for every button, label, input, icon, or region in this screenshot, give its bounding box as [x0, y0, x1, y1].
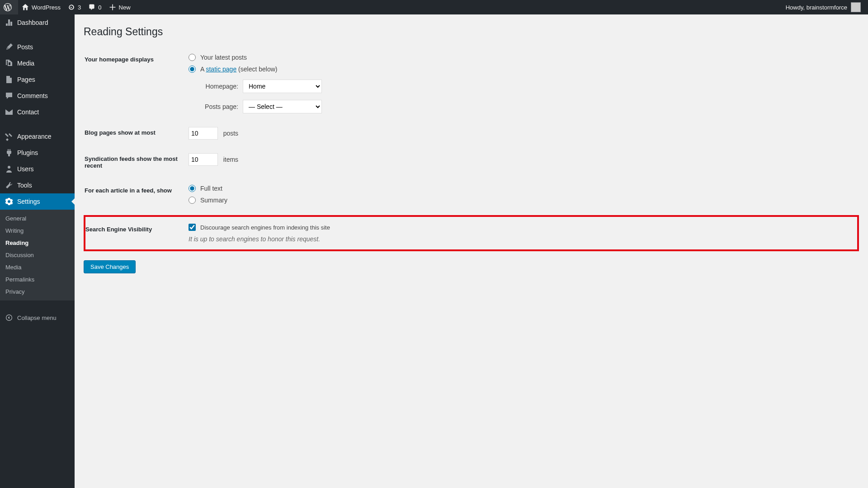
plugins-icon — [5, 148, 14, 157]
updates-count: 3 — [78, 4, 81, 11]
submenu-item-permalinks[interactable]: Permalinks — [0, 273, 75, 286]
main-content: Reading Settings Your homepage displays … — [75, 14, 868, 488]
sidebar-item-label: Tools — [17, 182, 32, 189]
wordpress-icon — [4, 3, 12, 11]
admin-toolbar: WordPress 3 0 New Howdy, brainstormforce — [0, 0, 868, 14]
dashboard-icon — [5, 18, 14, 27]
comments-count: 0 — [98, 4, 101, 11]
appearance-icon — [5, 132, 14, 141]
new-content-link[interactable]: New — [105, 0, 134, 14]
search-visibility-description: It is up to search engines to honor this… — [189, 235, 853, 243]
sidebar-item-dashboard[interactable]: Dashboard — [0, 14, 75, 31]
radio-static-page-label: A static page (select below) — [200, 66, 277, 73]
blog-public-label: Discourage search engines from indexing … — [200, 224, 330, 231]
sidebar-item-tools[interactable]: Tools — [0, 177, 75, 193]
tools-icon — [5, 181, 14, 190]
radio-latest-posts-label: Your latest posts — [200, 54, 247, 61]
submenu-item-privacy[interactable]: Privacy — [0, 286, 75, 298]
collapse-menu[interactable]: Collapse menu — [0, 310, 75, 326]
save-changes-button[interactable]: Save Changes — [84, 260, 136, 273]
sidebar-item-media[interactable]: Media — [0, 55, 75, 71]
homepage-select-label: Homepage: — [198, 83, 238, 90]
sidebar-item-label: Media — [17, 60, 34, 67]
sidebar-item-plugins[interactable]: Plugins — [0, 145, 75, 161]
sidebar-item-label: Plugins — [17, 149, 38, 156]
sidebar-item-users[interactable]: Users — [0, 161, 75, 177]
site-name-link[interactable]: WordPress — [18, 0, 64, 14]
submenu-item-general[interactable]: General — [0, 212, 75, 225]
sidebar-item-label: Contact — [17, 108, 39, 116]
refresh-icon — [68, 4, 75, 11]
sidebar-item-label: Dashboard — [17, 19, 48, 26]
plus-icon — [109, 4, 116, 11]
sidebar-item-label: Users — [17, 165, 34, 173]
updates-link[interactable]: 3 — [64, 0, 85, 14]
submenu-item-writing[interactable]: Writing — [0, 225, 75, 237]
radio-latest-posts[interactable] — [189, 54, 196, 61]
posts-per-page-input[interactable] — [189, 127, 218, 140]
site-name-text: WordPress — [32, 4, 61, 11]
items-suffix: items — [223, 156, 238, 163]
sidebar-item-contact[interactable]: Contact — [0, 104, 75, 120]
sidebar-item-settings[interactable]: Settings — [0, 193, 75, 210]
contact-icon — [5, 108, 14, 117]
sidebar-item-comments[interactable]: Comments — [0, 88, 75, 104]
users-icon — [5, 164, 14, 174]
avatar — [851, 2, 861, 12]
posts-suffix: posts — [223, 130, 238, 137]
collapse-icon — [5, 313, 14, 322]
submenu-item-media[interactable]: Media — [0, 261, 75, 273]
collapse-label: Collapse menu — [17, 314, 57, 321]
media-icon — [5, 59, 14, 68]
sidebar-item-posts[interactable]: Posts — [0, 39, 75, 55]
submenu-item-reading[interactable]: Reading — [0, 237, 75, 249]
homepage-select[interactable]: Home — [243, 80, 322, 93]
page-title: Reading Settings — [84, 26, 859, 38]
comments-icon — [5, 91, 14, 100]
settings-icon — [5, 197, 14, 206]
sidebar-item-label: Settings — [17, 198, 40, 205]
radio-full-text-label: Full text — [200, 185, 222, 192]
sidebar-item-label: Comments — [17, 92, 48, 99]
radio-summary[interactable] — [189, 197, 196, 204]
static-page-link[interactable]: static page — [206, 66, 236, 73]
wp-logo[interactable] — [0, 0, 18, 14]
syndication-label: Syndication feeds show the most recent — [85, 146, 184, 178]
radio-static-page[interactable] — [189, 66, 196, 73]
sidebar-item-pages[interactable]: Pages — [0, 71, 75, 88]
sidebar-item-label: Appearance — [17, 133, 52, 140]
submenu-item-discussion[interactable]: Discussion — [0, 249, 75, 261]
admin-menu: Dashboard Posts Media Pages Comments Con… — [0, 14, 75, 488]
sidebar-item-appearance[interactable]: Appearance — [0, 128, 75, 145]
posts-per-rss-input[interactable] — [189, 153, 218, 166]
home-icon — [22, 4, 29, 11]
my-account-link[interactable]: Howdy, brainstormforce — [782, 0, 864, 14]
feed-content-label: For each article in a feed, show — [85, 178, 184, 216]
homepage-displays-label: Your homepage displays — [85, 47, 184, 120]
comment-icon — [88, 4, 95, 11]
radio-summary-label: Summary — [200, 197, 227, 204]
search-visibility-highlight: Search Engine Visibility Discourage sear… — [85, 216, 858, 250]
blog-public-checkbox[interactable] — [189, 224, 196, 231]
comments-link[interactable]: 0 — [85, 0, 105, 14]
settings-submenu: General Writing Reading Discussion Media… — [0, 210, 75, 300]
svg-point-0 — [8, 166, 10, 169]
posts-icon — [5, 42, 14, 52]
search-visibility-label: Search Engine Visibility — [85, 216, 184, 250]
new-label: New — [119, 4, 131, 11]
postspage-select[interactable]: — Select — — [243, 100, 322, 113]
pages-icon — [5, 75, 14, 84]
radio-full-text[interactable] — [189, 185, 196, 192]
sidebar-item-label: Pages — [17, 76, 35, 83]
postspage-select-label: Posts page: — [198, 103, 238, 110]
howdy-text: Howdy, brainstormforce — [786, 4, 847, 11]
blog-pages-label: Blog pages show at most — [85, 120, 184, 146]
sidebar-item-label: Posts — [17, 43, 33, 51]
